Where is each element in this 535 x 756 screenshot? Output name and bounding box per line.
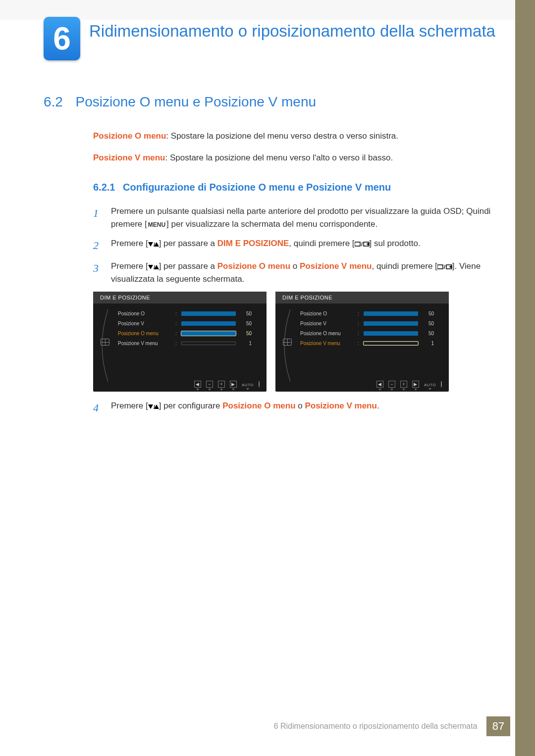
step-4-emphasis-1: Posizione O menu <box>222 401 295 410</box>
svg-marker-16 <box>148 404 153 409</box>
plus-button-icon: + <box>218 381 225 388</box>
footer-text: 6 Ridimensionamento o riposizionamento d… <box>274 722 478 731</box>
osd-row: Posizione O menu:50 <box>300 328 442 338</box>
intro-paragraph-1: Posizione O menu: Spostare la posizione … <box>93 130 491 143</box>
osd-row: Posizione V menu:1 <box>118 338 260 348</box>
osd-controls: ◀ − + ▶ AUTO <box>376 381 442 388</box>
minus-button-icon: − <box>388 381 395 388</box>
osd-screenshots: DIM E POSIZIONE Posizione O:50 Posizione… <box>93 292 491 392</box>
osd-panel-left: DIM E POSIZIONE Posizione O:50 Posizione… <box>93 292 267 392</box>
subsection-heading: 6.2.1 Configurazione di Posizione O menu… <box>93 182 491 193</box>
arc-icon <box>281 308 299 383</box>
step-number: 2 <box>93 237 111 254</box>
grid-icon <box>283 339 292 346</box>
osd-list: Posizione O:50 Posizione V:50 Posizione … <box>112 308 260 376</box>
svg-text:/: / <box>444 264 445 270</box>
subsection-number: 6.2.1 <box>93 182 115 193</box>
intro-2-emphasis: Posizione V menu <box>93 153 165 162</box>
osd-panel-right: DIM E POSIZIONE Posizione O:50 Posizione… <box>275 292 449 392</box>
osd-row: Posizione V:50 <box>118 318 260 328</box>
chapter-badge: 6 <box>44 17 80 60</box>
step-3-emphasis-1: Posizione O menu <box>217 261 290 271</box>
step-1: 1 Premere un pulsante qualsiasi nella pa… <box>93 205 491 231</box>
left-button-icon: ◀ <box>194 381 201 388</box>
section-number: 6.2 <box>44 94 73 110</box>
step-number: 3 <box>93 260 111 286</box>
svg-text:/: / <box>361 242 363 247</box>
svg-marker-0 <box>148 242 153 247</box>
page-footer: 6 Ridimensionamento o riposizionamento d… <box>0 716 510 736</box>
page-number: 87 <box>486 716 510 736</box>
left-button-icon: ◀ <box>376 381 383 388</box>
content-area: 6.2 Posizione O menu e Posizione V menu … <box>44 94 491 423</box>
right-button-icon: ▶ <box>230 381 237 388</box>
section-heading: 6.2 Posizione O menu e Posizione V menu <box>44 94 491 110</box>
power-icon <box>259 381 260 388</box>
osd-side-indicator <box>98 308 112 376</box>
top-bar <box>0 0 535 20</box>
osd-side-indicator <box>280 308 294 376</box>
arc-icon <box>99 308 117 383</box>
osd-list: Posizione O:50 Posizione V:50 Posizione … <box>294 308 442 376</box>
svg-marker-8 <box>148 265 153 269</box>
step-number: 1 <box>93 205 111 231</box>
osd-row-selected: Posizione O menu:50 <box>118 328 260 338</box>
rect-pair-icon: / <box>437 261 452 271</box>
grid-icon <box>101 339 109 346</box>
step-4-emphasis-2: Posizione V menu <box>305 401 376 410</box>
osd-row: Posizione O:50 <box>300 308 442 318</box>
power-icon <box>441 381 442 388</box>
down-up-triangle-icon: / <box>148 261 159 271</box>
chapter-title: Ridimensionamento o riposizionamento del… <box>89 21 495 41</box>
step-4: 4 Premere [/] per configurare Posizione … <box>93 400 491 416</box>
auto-label: AUTO <box>424 383 436 387</box>
step-2: 2 Premere [/] per passare a DIM E POSIZI… <box>93 237 491 254</box>
menu-key-label: MENU <box>147 220 166 230</box>
step-3: 3 Premere [/] per passare a Posizione O … <box>93 260 491 286</box>
osd-controls: ◀ − + ▶ AUTO <box>194 381 260 388</box>
svg-rect-3 <box>355 242 360 246</box>
osd-row: Posizione O:50 <box>118 308 260 318</box>
svg-rect-11 <box>437 265 443 269</box>
subsection-title: Configurazione di Posizione O menu e Pos… <box>123 182 391 193</box>
steps-list-cont: 4 Premere [/] per configurare Posizione … <box>93 400 491 416</box>
osd-title: DIM E POSIZIONE <box>275 292 449 303</box>
down-up-triangle-icon: / <box>148 401 159 410</box>
step-3-emphasis-2: Posizione V menu <box>300 261 372 271</box>
step-2-emphasis: DIM E POSIZIONE <box>217 239 289 248</box>
plus-button-icon: + <box>400 381 407 388</box>
steps-list: 1 Premere un pulsante qualsiasi nella pa… <box>93 205 491 286</box>
side-bar <box>515 0 535 756</box>
step-number: 4 <box>93 400 111 416</box>
section-title: Posizione O menu e Posizione V menu <box>75 94 316 109</box>
minus-button-icon: − <box>206 381 213 388</box>
auto-label: AUTO <box>242 383 254 387</box>
down-up-triangle-icon: / <box>148 239 159 248</box>
intro-1-emphasis: Posizione O menu <box>93 131 166 141</box>
osd-row: Posizione V:50 <box>300 318 442 328</box>
intro-paragraph-2: Posizione V menu: Spostare la posizione … <box>93 151 491 164</box>
right-button-icon: ▶ <box>412 381 419 388</box>
osd-title: DIM E POSIZIONE <box>93 292 267 303</box>
osd-row-selected: Posizione V menu:1 <box>300 338 442 348</box>
rect-pair-icon: / <box>355 239 370 248</box>
